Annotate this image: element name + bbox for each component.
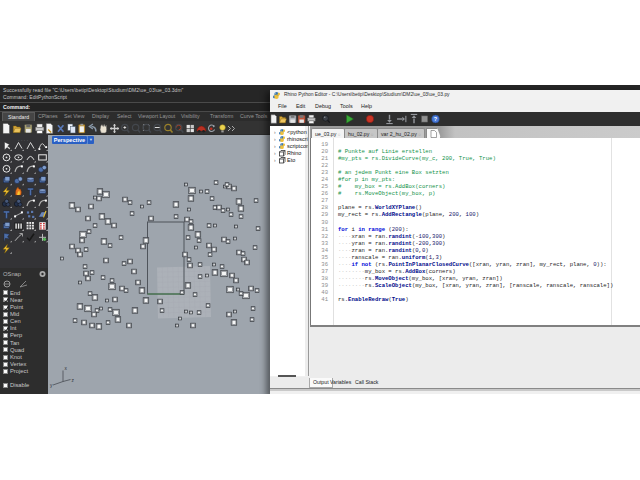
svg-text:z: z xyxy=(72,378,75,383)
svg-text:y: y xyxy=(50,383,53,388)
svg-text:x: x xyxy=(65,366,68,371)
